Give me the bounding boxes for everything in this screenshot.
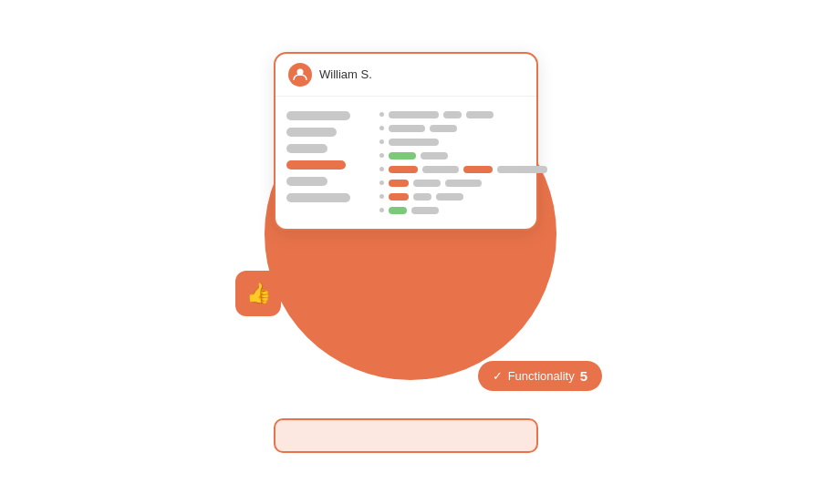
list-row-3 [379, 139, 547, 146]
list-row-1 [379, 111, 547, 118]
functionality-badge: ✓ Functionality 5 [478, 361, 602, 391]
dot [379, 139, 384, 144]
list-row-5 [379, 166, 547, 173]
card-body [275, 97, 536, 229]
illustration-scene: William S. [219, 34, 602, 471]
review-card: William S. [274, 52, 538, 231]
functionality-label: Functionality [508, 369, 575, 383]
list-row-8 [379, 207, 547, 214]
block-2 [286, 128, 337, 137]
avatar [288, 63, 312, 87]
block-1 [286, 111, 350, 120]
check-icon: ✓ [493, 369, 503, 383]
user-name: William S. [319, 67, 372, 81]
functionality-number: 5 [580, 368, 587, 384]
dot [379, 126, 384, 130]
dot [379, 194, 384, 199]
list-row-4 [379, 152, 547, 159]
block-4 [286, 177, 327, 186]
block-5 [286, 193, 350, 202]
list-row-6 [379, 180, 547, 187]
bottom-bar [274, 418, 538, 453]
dot [379, 167, 384, 171]
dot [379, 208, 384, 212]
left-column [286, 111, 369, 214]
dot [379, 153, 384, 158]
list-row-2 [379, 125, 547, 132]
thumbs-up-badge: 👍 [235, 271, 281, 316]
thumbs-up-icon: 👍 [246, 282, 271, 305]
dot [379, 112, 384, 117]
block-3 [286, 144, 327, 153]
dot [379, 180, 384, 185]
card-header: William S. [275, 54, 536, 97]
list-row-7 [379, 193, 547, 201]
block-highlight [286, 160, 346, 170]
right-column [379, 111, 547, 214]
